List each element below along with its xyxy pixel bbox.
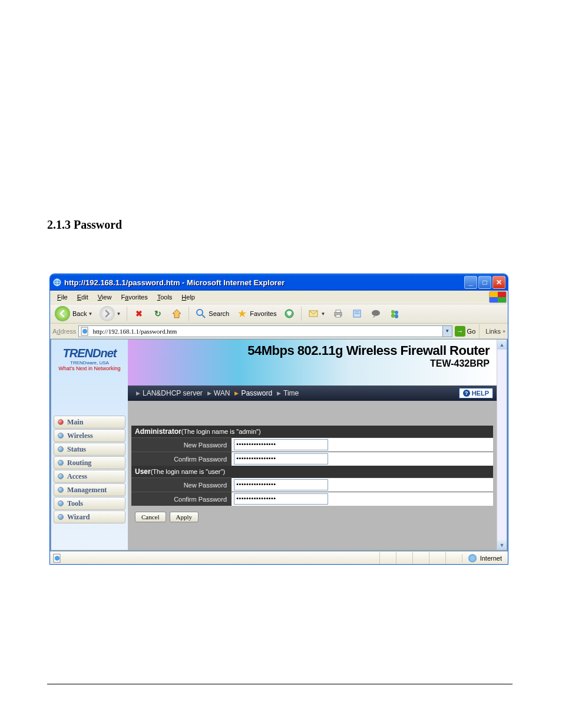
discuss-icon <box>370 308 382 319</box>
media-icon <box>283 308 295 319</box>
forward-button[interactable]: ▼ <box>97 305 123 322</box>
chevron-down-icon: ▼ <box>445 328 449 334</box>
sidebar-item-label: Tools <box>67 499 83 508</box>
svg-point-12 <box>391 310 395 314</box>
brand-logo: TRENDnet TRENDware, USA What's Next in N… <box>51 344 128 380</box>
favorites-label: Favorites <box>250 310 276 317</box>
go-button[interactable]: → Go <box>455 326 476 337</box>
menu-edit[interactable]: Edit <box>72 292 93 302</box>
scroll-up-button[interactable]: ▲ <box>497 340 507 350</box>
home-button[interactable] <box>168 307 185 321</box>
help-button[interactable]: ?HELP <box>459 388 493 398</box>
svg-point-19 <box>55 556 59 561</box>
menu-view[interactable]: View <box>93 292 117 302</box>
chevron-right-icon: » <box>503 328 505 334</box>
browser-window: http://192.168.1.1/password.htm - Micros… <box>49 274 508 565</box>
menu-tools[interactable]: Tools <box>153 292 177 302</box>
section-title: User <box>135 467 151 476</box>
sidebar-item-wizard[interactable]: Wizard <box>54 510 125 523</box>
favorites-button[interactable]: ★ Favorites <box>234 307 279 321</box>
subnav-item-time[interactable]: Time <box>283 389 299 397</box>
cancel-button[interactable]: Cancel <box>135 512 166 522</box>
links-button[interactable]: Links » <box>485 328 505 335</box>
page-icon <box>52 554 62 563</box>
sidebar-item-wireless[interactable]: Wireless <box>54 429 125 442</box>
sidebar-item-access[interactable]: Access <box>54 470 125 483</box>
addressbar: Address ▼ → Go Links » <box>50 324 508 339</box>
minimize-button[interactable]: _ <box>464 276 477 289</box>
sidebar-item-main[interactable]: Main <box>54 416 125 429</box>
maximize-button[interactable]: □ <box>478 276 491 289</box>
svg-point-13 <box>395 311 398 314</box>
sidebar: TRENDnet TRENDware, USA What's Next in N… <box>51 340 128 550</box>
separator <box>127 307 127 321</box>
close-button[interactable]: ✕ <box>492 276 505 289</box>
mail-button[interactable]: ▼ <box>305 307 328 321</box>
triangle-active-icon: ▶ <box>234 390 239 396</box>
nav-dot-icon <box>58 473 64 479</box>
password-form: Administrator(The login name is "admin")… <box>128 401 497 529</box>
sidebar-item-label: Wizard <box>67 513 90 522</box>
nav-dot-icon <box>58 460 64 466</box>
search-button[interactable]: Search <box>193 307 232 321</box>
separator <box>189 307 189 321</box>
stop-button[interactable]: ✖ <box>131 307 147 321</box>
menu-file[interactable]: File <box>52 292 72 302</box>
titlebar: http://192.168.1.1/password.htm - Micros… <box>50 274 508 291</box>
sidebar-item-label: Access <box>67 472 87 481</box>
discuss-button[interactable] <box>368 307 384 321</box>
field-label: New Password <box>131 442 232 449</box>
window-title: http://192.168.1.1/password.htm - Micros… <box>64 278 463 287</box>
address-input[interactable] <box>91 327 441 335</box>
sidebar-item-tools[interactable]: Tools <box>54 497 125 510</box>
address-dropdown-button[interactable]: ▼ <box>443 325 452 337</box>
field-label: Confirm Password <box>131 456 232 463</box>
user-new-password-input[interactable] <box>234 479 328 490</box>
sidebar-item-label: Main <box>67 418 83 427</box>
nav-dot-icon <box>58 419 64 425</box>
stop-icon: ✖ <box>133 308 145 319</box>
statusbar: Internet <box>50 551 508 564</box>
subnav: ▶ LAN&DHCP server ▶ WAN ▶ Password ▶ Tim… <box>128 386 497 401</box>
home-icon <box>171 308 183 319</box>
sidebar-item-management[interactable]: Management <box>54 483 125 496</box>
media-button[interactable] <box>281 307 297 321</box>
sidebar-item-status[interactable]: Status <box>54 443 125 456</box>
subnav-item-wan[interactable]: WAN <box>214 389 230 397</box>
svg-point-17 <box>82 329 87 334</box>
back-icon <box>55 306 70 321</box>
edit-button[interactable] <box>349 307 365 321</box>
subnav-item-lan-dhcp[interactable]: LAN&DHCP server <box>143 389 203 397</box>
svg-rect-7 <box>336 315 340 317</box>
menu-favorites[interactable]: Favorites <box>116 292 152 302</box>
menu-help[interactable]: Help <box>177 292 200 302</box>
print-button[interactable] <box>330 307 346 321</box>
vertical-scrollbar[interactable]: ▲ ▼ <box>497 340 507 550</box>
user-confirm-password-input[interactable] <box>234 493 328 505</box>
section-title: Administrator <box>135 427 181 436</box>
zone-label: Internet <box>480 555 502 562</box>
address-label: Address <box>52 328 76 335</box>
apply-button[interactable]: Apply <box>170 512 199 522</box>
form-row-admin-confirm-password: Confirm Password <box>131 452 493 466</box>
banner-title: 54Mbps 802.11g Wireless Firewall Router <box>135 343 490 358</box>
back-button[interactable]: Back ▼ <box>52 305 95 322</box>
nav-dot-icon <box>58 446 64 452</box>
nav-dot-icon <box>58 500 64 506</box>
forward-icon <box>100 306 115 321</box>
sidebar-item-routing[interactable]: Routing <box>54 456 125 469</box>
nav-dot-icon <box>58 514 64 520</box>
links-label-text: Links <box>485 328 501 335</box>
subnav-item-password[interactable]: Password <box>241 389 272 397</box>
mail-dropdown-arrow-icon: ▼ <box>319 311 325 317</box>
messenger-icon <box>389 308 401 319</box>
admin-confirm-password-input[interactable] <box>234 453 328 465</box>
svg-rect-14 <box>391 314 395 318</box>
admin-new-password-input[interactable] <box>234 439 328 450</box>
messenger-button[interactable] <box>386 307 403 321</box>
refresh-button[interactable]: ↻ <box>150 307 166 321</box>
search-icon <box>195 308 207 319</box>
scroll-down-button[interactable]: ▼ <box>497 540 507 550</box>
field-label: New Password <box>131 482 232 489</box>
search-label: Search <box>209 310 229 317</box>
